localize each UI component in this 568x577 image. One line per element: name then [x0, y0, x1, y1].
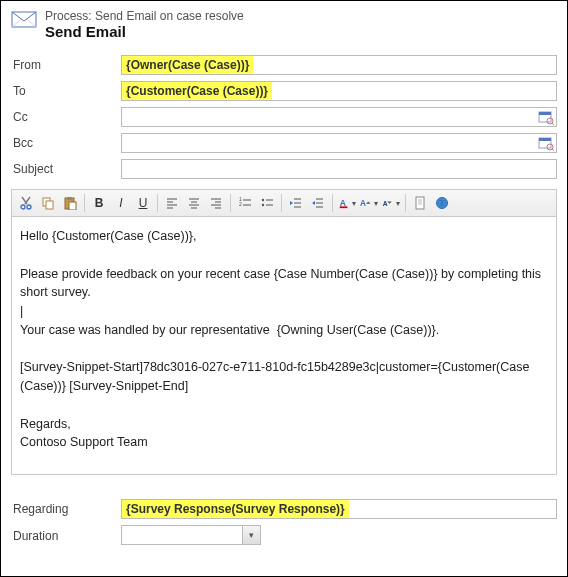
cc-input[interactable] [121, 107, 557, 127]
svg-rect-12 [46, 201, 53, 209]
align-right-button[interactable] [206, 193, 226, 213]
italic-button[interactable]: I [111, 193, 131, 213]
svg-point-9 [21, 205, 25, 209]
label-bcc: Bcc [11, 136, 121, 150]
email-form-window: Process: Send Email on case resolve Send… [0, 0, 568, 577]
svg-text:A: A [360, 199, 366, 208]
svg-marker-39 [290, 201, 293, 205]
label-cc: Cc [11, 110, 121, 124]
regarding-value[interactable]: {Survey Response(Survey Response)} [122, 500, 349, 518]
svg-point-32 [262, 199, 264, 201]
insert-button[interactable] [410, 193, 430, 213]
header: Process: Send Email on case resolve Send… [11, 9, 557, 41]
font-grow-button[interactable]: A [359, 193, 379, 213]
outdent-button[interactable] [286, 193, 306, 213]
label-subject: Subject [11, 162, 121, 176]
from-value[interactable]: {Owner(Case (Case))} [122, 56, 253, 74]
svg-text:A: A [340, 198, 346, 208]
svg-rect-14 [67, 197, 72, 200]
svg-rect-2 [539, 112, 551, 115]
label-to: To [11, 84, 121, 98]
copy-button[interactable] [38, 193, 58, 213]
bcc-lookup-icon[interactable] [538, 135, 554, 151]
hyperlink-button[interactable] [432, 193, 452, 213]
field-from[interactable]: {Owner(Case (Case))} [121, 55, 557, 75]
svg-rect-50 [416, 197, 424, 209]
chevron-down-icon[interactable]: ▾ [242, 526, 260, 544]
indent-button[interactable] [308, 193, 328, 213]
bottom-section: Regarding {Survey Response(Survey Respon… [11, 499, 557, 547]
editor-toolbar: B I U 12 A A [11, 189, 557, 217]
svg-text:A: A [383, 200, 388, 207]
field-to[interactable]: {Customer(Case (Case))} [121, 81, 557, 101]
svg-point-33 [262, 204, 264, 206]
page-title: Send Email [45, 23, 244, 41]
row-cc: Cc [11, 107, 557, 127]
row-subject: Subject [11, 159, 557, 179]
duration-value [122, 526, 242, 544]
duration-select[interactable]: ▾ [121, 525, 261, 545]
row-to: To {Customer(Case (Case))} [11, 81, 557, 101]
row-regarding: Regarding {Survey Response(Survey Respon… [11, 499, 557, 519]
svg-text:2: 2 [239, 201, 242, 207]
subject-input[interactable] [121, 159, 557, 179]
align-left-button[interactable] [162, 193, 182, 213]
row-from: From {Owner(Case (Case))} [11, 55, 557, 75]
underline-button[interactable]: U [133, 193, 153, 213]
svg-marker-49 [387, 202, 392, 204]
label-duration: Duration [11, 529, 121, 543]
process-line: Process: Send Email on case resolve [45, 9, 244, 23]
to-value[interactable]: {Customer(Case (Case))} [122, 82, 272, 100]
row-bcc: Bcc [11, 133, 557, 153]
svg-point-10 [27, 205, 31, 209]
label-regarding: Regarding [11, 502, 121, 516]
svg-line-4 [552, 123, 554, 125]
bold-button[interactable]: B [89, 193, 109, 213]
mail-icon [11, 9, 37, 29]
align-center-button[interactable] [184, 193, 204, 213]
cc-lookup-icon[interactable] [538, 109, 554, 125]
field-regarding[interactable]: {Survey Response(Survey Response)} [121, 499, 557, 519]
unordered-list-button[interactable] [257, 193, 277, 213]
svg-marker-47 [366, 202, 371, 204]
bcc-input[interactable] [121, 133, 557, 153]
svg-rect-45 [340, 206, 348, 208]
label-from: From [11, 58, 121, 72]
svg-marker-43 [312, 201, 315, 205]
font-color-button[interactable]: A [337, 193, 357, 213]
paste-button[interactable] [60, 193, 80, 213]
cut-button[interactable] [16, 193, 36, 213]
email-body-editor[interactable]: Hello {Customer(Case (Case))}, Please pr… [11, 217, 557, 475]
ordered-list-button[interactable]: 12 [235, 193, 255, 213]
font-shrink-button[interactable]: A [381, 193, 401, 213]
svg-rect-6 [539, 138, 551, 141]
svg-line-8 [552, 149, 554, 151]
row-duration: Duration ▾ [11, 525, 557, 547]
svg-rect-15 [69, 202, 76, 210]
